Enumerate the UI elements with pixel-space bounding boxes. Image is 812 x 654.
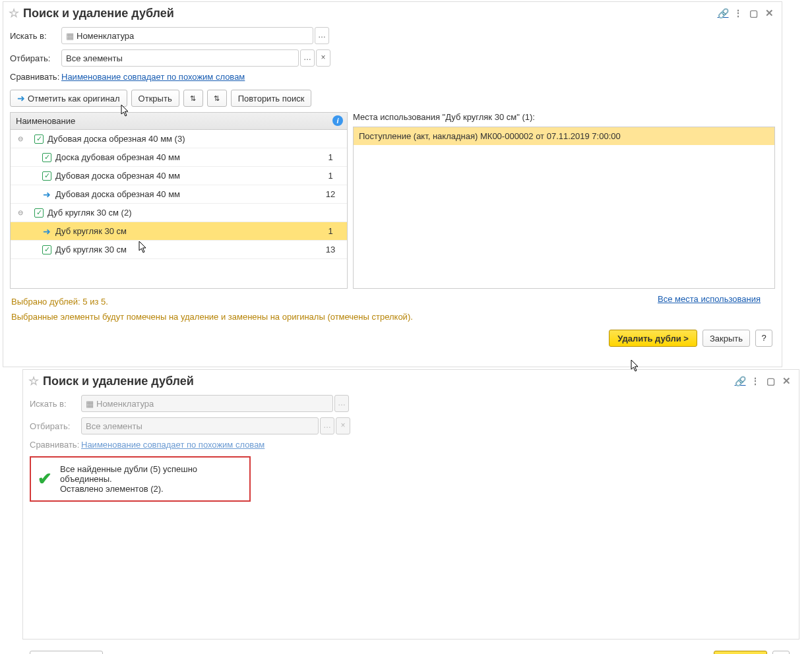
delete-duplicates-button[interactable]: Удалить дубли > — [609, 330, 697, 347]
duplicates-window-2: ☆ Поиск и удаление дублей 🔗 ⋮ ▢ ✕ Искать… — [22, 369, 799, 639]
help-button[interactable]: ? — [755, 330, 772, 347]
compare-label: Сравнивать: — [10, 72, 61, 82]
filter-label: Отбирать: — [10, 53, 61, 63]
search-in-input[interactable]: ▦ Номенклатура — [61, 27, 313, 44]
search-in-input-disabled: ▦ Номенклатура — [81, 395, 333, 412]
tree-group-row[interactable]: ⊖ Дубовая доска обрезная 40 мм (3) — [11, 130, 347, 148]
original-marker-icon: ➜ — [42, 226, 51, 237]
mark-as-original-button[interactable]: ➜ Отметить как оригинал — [10, 90, 127, 107]
checkbox-icon[interactable] — [42, 171, 51, 181]
titlebar: ☆ Поиск и удаление дублей 🔗 ⋮ ▢ ✕ — [23, 370, 799, 392]
tree-item-row[interactable]: Доска дубовая обрезная 40 мм 1 — [11, 148, 347, 167]
maximize-icon[interactable]: ▢ — [745, 8, 762, 18]
filter-clear-button-disabled: × — [336, 417, 350, 434]
favorite-star-icon[interactable]: ☆ — [9, 6, 19, 20]
tree-group-row[interactable]: ⊖ Дуб кругляк 30 см (2) — [11, 204, 347, 222]
original-marker-icon: ➜ — [42, 189, 51, 200]
filter-label: Отбирать: — [30, 421, 81, 431]
tree-header-label: Наименование — [11, 116, 347, 126]
search-in-label: Искать в: — [10, 31, 61, 41]
filter-select-button[interactable]: … — [300, 49, 315, 67]
expand-all-button[interactable]: ⇅ — [183, 90, 203, 107]
tree-item-row-original[interactable]: ➜ Дубовая доска обрезная 40 мм 12 — [11, 185, 347, 204]
usages-title: Места использования "Дуб кругляк 30 см" … — [353, 112, 775, 127]
compare-label: Сравнивать: — [30, 440, 81, 450]
tree-item-row-original-selected[interactable]: ➜ Дуб кругляк 30 см 1 — [11, 222, 347, 241]
filter-select-button-disabled: … — [320, 417, 334, 434]
open-button[interactable]: Открыть — [131, 90, 179, 107]
tree-item-row[interactable]: Дуб кругляк 30 см 13 — [11, 241, 347, 259]
success-check-icon: ✔ — [38, 469, 52, 489]
search-in-label: Искать в: — [30, 399, 81, 409]
collapse-icon[interactable]: ⊖ — [16, 209, 25, 216]
search-in-select-button-disabled: … — [334, 395, 349, 412]
close-icon[interactable]: ✕ — [779, 375, 794, 387]
summary-line-2: Выбранные элементы будут помечены на уда… — [3, 309, 782, 324]
filter-input-disabled: Все элементы — [81, 417, 319, 434]
more-menu-icon[interactable]: ⋮ — [732, 8, 745, 18]
checkbox-icon[interactable] — [42, 153, 51, 162]
filter-clear-button[interactable]: × — [316, 49, 330, 67]
duplicates-window-1: ☆ Поиск и удаление дублей 🔗 ⋮ ▢ ✕ Искать… — [3, 1, 782, 367]
duplicates-tree[interactable]: Наименование i ⊖ Дубовая доска обрезная … — [10, 112, 348, 289]
success-line-2: Оставлено элементов (2). — [60, 484, 243, 494]
original-arrow-icon: ➜ — [17, 93, 25, 104]
compare-rules-link[interactable]: Наименование совпадает по похожим словам — [61, 72, 245, 82]
search-in-select-button[interactable]: … — [315, 27, 329, 44]
success-line-1: Все найденные дубли (5) успешно объедине… — [60, 464, 243, 484]
favorite-star-icon[interactable]: ☆ — [28, 374, 39, 388]
window-title: Поиск и удаление дублей — [23, 7, 174, 20]
all-usages-link[interactable]: Все места использования — [658, 294, 775, 304]
checkbox-icon[interactable] — [42, 245, 51, 254]
catalog-icon: ▦ — [66, 31, 74, 41]
checkbox-icon[interactable] — [34, 134, 44, 144]
checkbox-icon[interactable] — [34, 208, 44, 218]
repeat-search-button[interactable]: Повторить поиск — [231, 90, 312, 107]
catalog-icon: ▦ — [86, 399, 94, 409]
help-button[interactable]: ? — [772, 651, 790, 654]
usage-item[interactable]: Поступление (акт, накладная) МК00-000002… — [354, 127, 774, 145]
new-search-button[interactable]: < Новый поиск — [30, 651, 103, 654]
copy-link-icon[interactable]: 🔗 — [732, 376, 749, 386]
filter-input[interactable]: Все элементы — [61, 49, 299, 67]
copy-link-icon[interactable]: 🔗 — [714, 8, 732, 18]
usages-list[interactable]: Поступление (акт, накладная) МК00-000002… — [353, 127, 775, 289]
more-menu-icon[interactable]: ⋮ — [749, 376, 762, 386]
compare-rules-link-disabled: Наименование совпадает по похожим словам — [81, 440, 265, 450]
collapse-all-button[interactable]: ⇅ — [207, 90, 227, 107]
tree-item-row[interactable]: Дубовая доска обрезная 40 мм 1 — [11, 167, 347, 185]
titlebar: ☆ Поиск и удаление дублей 🔗 ⋮ ▢ ✕ — [3, 2, 782, 24]
close-button-primary[interactable]: Закрыть — [714, 651, 767, 654]
close-button[interactable]: Закрыть — [703, 330, 750, 347]
window-title: Поиск и удаление дублей — [43, 374, 194, 388]
collapse-icon[interactable]: ⊖ — [16, 135, 25, 142]
close-icon[interactable]: ✕ — [762, 7, 776, 19]
info-badge-icon[interactable]: i — [332, 115, 343, 126]
maximize-icon[interactable]: ▢ — [762, 376, 779, 386]
success-message-box: ✔ Все найденные дубли (5) успешно объеди… — [30, 456, 251, 502]
